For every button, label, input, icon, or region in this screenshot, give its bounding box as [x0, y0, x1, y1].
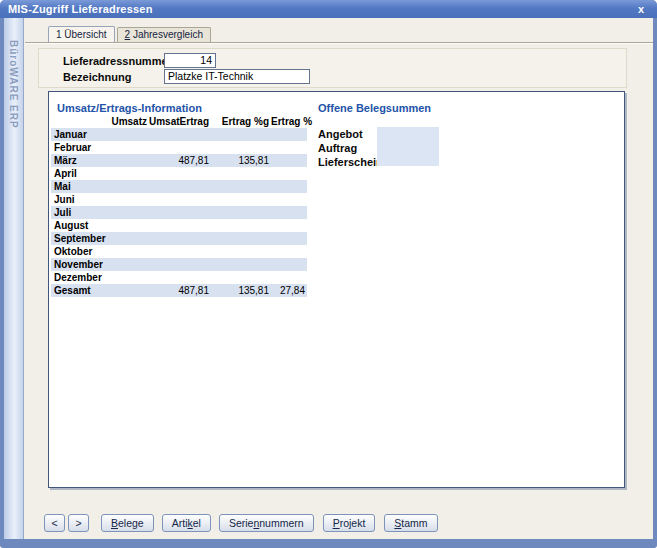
bottom-toolbar: < > Belege Artikel Seriennummern Projekt…	[44, 514, 438, 532]
close-icon[interactable]: x	[633, 3, 649, 15]
window-title: MIS-Zugriff Lieferadressen	[8, 3, 153, 15]
tab-jahresvergleich[interactable]: 2 Jahresvergleich	[117, 27, 211, 42]
projekt-button[interactable]: Projekt	[323, 514, 376, 532]
app-window: MIS-Zugriff Lieferadressen x BüroWARE ER…	[0, 0, 657, 548]
table-row: Juli	[51, 206, 307, 219]
tab-divider	[25, 42, 653, 44]
brand-label: BüroWARE ERP	[8, 40, 19, 129]
next-button[interactable]: >	[68, 514, 89, 532]
table-row-gesamt: Gesamt487,81135,8127,84	[51, 284, 307, 297]
belege-button[interactable]: Belege	[101, 514, 154, 532]
belege-section-title: Offene Belegsummen	[318, 102, 431, 114]
bezeichnung-label: Bezeichnung	[63, 71, 131, 83]
address-form-panel: Lieferadressnummer 14 Bezeichnung Platzk…	[38, 48, 627, 88]
lieferschein-label: Lieferschein	[318, 155, 383, 169]
table-row: Juni	[51, 193, 307, 206]
tab-bar: 1 Übersicht 2 Jahresvergleich	[48, 26, 211, 42]
belege-sums-box	[377, 127, 439, 166]
seriennummern-button[interactable]: Seriennummern	[219, 514, 314, 532]
bezeichnung-field[interactable]: Platzke IT-Technik	[164, 69, 310, 84]
stamm-button[interactable]: Stamm	[384, 514, 437, 532]
table-row: November	[51, 258, 307, 271]
umsatz-table: Umsatz UmsatErtrag Ertrag %g Ertrag % Ja…	[51, 116, 307, 297]
umsatz-section-title: Umsatz/Ertrags-Information	[57, 102, 202, 114]
lieferadressnummer-label: Lieferadressnummer	[63, 55, 172, 67]
overview-panel: Umsatz/Ertrags-Information Umsatz UmsatE…	[48, 91, 625, 488]
window-titlebar: MIS-Zugriff Lieferadressen x	[0, 0, 657, 18]
table-row: April	[51, 167, 307, 180]
col-umsatertrag: UmsatErtrag	[149, 116, 211, 128]
lieferadressnummer-field[interactable]: 14	[164, 53, 216, 68]
table-row: Januar	[51, 128, 307, 141]
brand-sidebar: BüroWARE ERP	[4, 18, 24, 539]
table-row: August	[51, 219, 307, 232]
prev-button[interactable]: <	[44, 514, 65, 532]
table-row: September	[51, 232, 307, 245]
table-row: Oktober	[51, 245, 307, 258]
auftrag-label: Auftrag	[318, 141, 383, 155]
table-header-row: Umsatz UmsatErtrag Ertrag %g Ertrag %	[51, 116, 307, 128]
col-ertrag-p: Ertrag %	[271, 116, 307, 128]
belege-labels: Angebot Auftrag Lieferschein	[318, 127, 383, 169]
angebot-label: Angebot	[318, 127, 383, 141]
col-umsatz: Umsatz	[111, 116, 149, 128]
window-body: BüroWARE ERP 1 Übersicht 2 Jahresverglei…	[4, 18, 653, 539]
table-row: Februar	[51, 141, 307, 154]
table-row: Mai	[51, 180, 307, 193]
table-row: Dezember	[51, 271, 307, 284]
col-ertrag-pg: Ertrag %g	[211, 116, 271, 128]
table-row: März487,81135,81	[51, 154, 307, 167]
tab-uebersicht[interactable]: 1 Übersicht	[48, 26, 115, 42]
artikel-button[interactable]: Artikel	[162, 514, 211, 532]
